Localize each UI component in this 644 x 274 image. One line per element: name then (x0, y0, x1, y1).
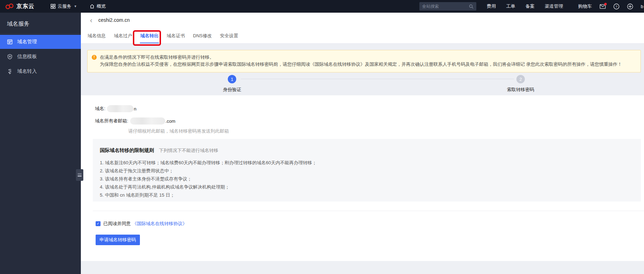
mail-icon[interactable] (599, 3, 606, 10)
transfer-rules-box: 国际域名转移的限制规则 下列情况下不能进行域名转移 1. 域名新注60天内不可转… (93, 139, 641, 202)
owner-email-label: 域名所有者邮箱: (95, 118, 128, 124)
request-transfer-password-button[interactable]: 申请域名转移密码 (96, 235, 140, 245)
nav-link-cart[interactable]: 购物车 (578, 3, 592, 9)
redacted-domain-value (107, 105, 134, 112)
sidebar-title: 域名服务 (0, 13, 81, 33)
notification-dot (604, 3, 607, 5)
domain-label: 域名: (95, 106, 105, 112)
top-navbar: 京东云 云服务 ▼ 概览 (0, 0, 644, 13)
jd-infinity-icon (5, 3, 14, 9)
tab-dns-modify[interactable]: DNS修改 (193, 29, 212, 43)
username-partial[interactable]: b (641, 4, 643, 9)
step-1-label: 身份验证 (223, 87, 241, 93)
email-hint: 请仔细核对此邮箱，域名转移密码将发送到此邮箱 (128, 128, 229, 134)
rule-item-2: 2. 该域名处于拖欠注册费用状态中； (100, 167, 634, 175)
email-suffix: .com (166, 119, 175, 124)
tab-bar: 域名信息 域名过户 域名转出 域名证书 DNS修改 安全设置 (87, 29, 238, 43)
chevron-down-icon: ▼ (74, 5, 77, 8)
rule-item-5: 5. 中国和 cn 域名距到期不足 15 日； (100, 191, 634, 199)
brand-name: 京东云 (17, 3, 34, 10)
sidebar-item-label: 信息模板 (17, 53, 37, 60)
sidebar-item-label: 域名管理 (17, 39, 37, 45)
nav-link-tickets[interactable]: 工单 (506, 3, 515, 9)
step-indicator: 1 2 身份验证 索取转移密码 (81, 75, 644, 95)
warning-banner: ! 在满足条件的情况下即可在线索取转移密码并进行转移。 为保障您自身的合法权益不… (87, 50, 641, 72)
step-1-circle: 1 (228, 75, 236, 83)
transfer-in-icon (7, 69, 13, 74)
tab-domain-ownership-transfer[interactable]: 域名过户 (114, 29, 133, 43)
search-icon[interactable] (469, 4, 474, 9)
banner-line1: 在满足条件的情况下即可在线索取转移密码并进行转移。 (100, 54, 622, 61)
warning-icon: ! (92, 55, 97, 60)
owner-email-row: 域名所有者邮箱: .com (95, 117, 175, 125)
sidebar-collapse-handle[interactable] (76, 169, 83, 181)
sidebar: 域名服务 域名管理 信息模板 域名转入 (0, 13, 81, 274)
domain-row: 域名: n (95, 105, 136, 112)
redacted-email-value (130, 117, 165, 125)
nav-cloud-services-label: 云服务 (58, 3, 71, 9)
sidebar-divider (0, 33, 81, 34)
tab-domain-transfer-out[interactable]: 域名转出 (140, 29, 159, 43)
jd-cloud-logo[interactable]: 京东云 (5, 3, 34, 10)
rule-item-3: 3. 该域名持有者主体身份不清楚或存有争议； (100, 175, 634, 183)
sidebar-item-domain-transfer-in[interactable]: 域名转入 (0, 64, 81, 78)
nav-link-billing[interactable]: 费用 (487, 3, 496, 9)
help-icon[interactable]: ? (613, 3, 620, 10)
domain-suffix: n (134, 106, 136, 111)
sidebar-item-label: 域名转入 (17, 68, 37, 75)
global-search[interactable] (419, 2, 476, 11)
nav-link-channel[interactable]: 渠道管理 (545, 3, 563, 9)
content-footer-space (81, 261, 644, 274)
transfer-out-panel-top: ! 在满足条件的情况下即可在线索取转移密码并进行转移。 为保障您自身的合法权益不… (81, 44, 644, 95)
nav-overview[interactable]: 概览 (90, 3, 106, 9)
hamburger-icon (78, 173, 82, 177)
agreement-row: ✓ 已阅读并同意 《国际域名在线转移协议》 (96, 221, 187, 227)
search-input[interactable] (422, 4, 469, 9)
agreement-link[interactable]: 《国际域名在线转移协议》 (132, 221, 187, 227)
rules-subtitle: 下列情况下不能进行域名转移 (159, 147, 218, 154)
step-connector-line (241, 79, 514, 79)
home-icon (90, 4, 95, 9)
page-title: ceshi2.com.cn (98, 17, 130, 23)
content-header: ‹ ceshi2.com.cn 域名信息 域名过户 域名转出 域名证书 DNS修… (81, 13, 644, 44)
step-2-circle: 2 (516, 75, 525, 83)
banner-line2: 为保障您自身的合法权益不受侵害，在您根据网页提示步骤申请索取国际域名转移密码前，… (100, 61, 622, 68)
tab-domain-certificate[interactable]: 域名证书 (166, 29, 185, 43)
page: 京东云 云服务 ▼ 概览 (0, 0, 644, 274)
rule-item-1: 1. 域名新注60天内不可转移；域名续费60天内不能办理转移；刚办理过转移的域名… (100, 159, 634, 167)
nav-overview-label: 概览 (97, 3, 106, 9)
grid-icon (51, 4, 56, 9)
section-divider (93, 211, 644, 211)
agreement-checkbox[interactable]: ✓ (96, 221, 101, 226)
sidebar-item-info-template[interactable]: 信息模板 (0, 50, 81, 64)
nav-cloud-services[interactable]: 云服务 ▼ (51, 3, 77, 9)
browser-window-icon (7, 39, 13, 45)
template-badge-icon (7, 54, 13, 59)
agreement-text: 已阅读并同意 (103, 221, 131, 227)
tab-security-settings[interactable]: 安全设置 (219, 29, 238, 43)
rule-item-4: 4. 该域名处于再司法机构,仲裁机构或域名争议解决机构处理期； (100, 183, 634, 191)
tab-domain-info[interactable]: 域名信息 (87, 29, 106, 43)
step-2-label: 索取转移密码 (507, 87, 534, 93)
identity-verification-form: 域名: n 域名所有者邮箱: .com 请仔细核对此邮箱，域名转移密码将发送到此… (81, 95, 644, 261)
breadcrumb: ‹ ceshi2.com.cn (81, 13, 644, 23)
sidebar-item-domain-management[interactable]: 域名管理 (0, 35, 81, 49)
back-arrow-icon[interactable]: ‹ (90, 17, 92, 23)
svg-text:?: ? (616, 5, 617, 8)
rules-title: 国际域名转移的限制规则 (100, 147, 154, 154)
language-globe-icon[interactable] (627, 3, 634, 10)
nav-link-icp[interactable]: 备案 (526, 3, 535, 9)
